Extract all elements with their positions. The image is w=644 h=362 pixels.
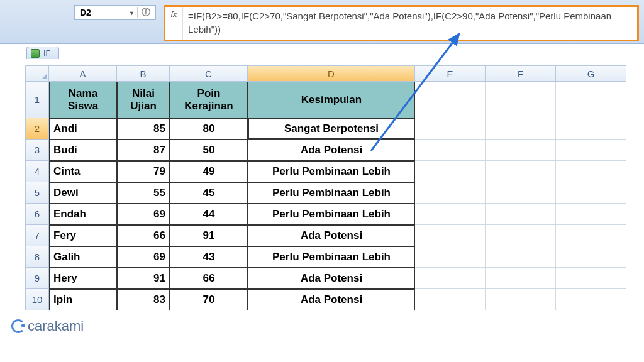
cell-B4[interactable]: 79 [117,161,170,182]
cell-E4[interactable] [415,161,486,182]
cell-F2[interactable] [486,118,556,140]
select-all-corner[interactable] [25,65,49,82]
cell-G2[interactable] [556,118,626,140]
row-header-1[interactable]: 1 [25,82,49,118]
header-nilai-ujian[interactable]: Nilai Ujian [117,82,170,118]
cell-C4[interactable]: 49 [170,161,248,182]
col-header-E[interactable]: E [415,65,486,82]
cell-D10[interactable]: Ada Potensi [248,289,415,310]
cell-D5[interactable]: Perlu Pembinaan Lebih [248,182,415,204]
cell-A7[interactable]: Fery [49,225,117,246]
header-kesimpulan[interactable]: Kesimpulan [248,82,415,118]
cell-B10[interactable]: 83 [117,289,170,310]
formula-bar-input[interactable]: =IF(B2>=80,IF(C2>70,"Sangat Berpotensi",… [183,7,637,40]
cell-E3[interactable] [415,140,486,161]
cell-A2[interactable]: Andi [49,118,117,140]
cell-B5[interactable]: 55 [117,182,170,204]
cell-C3[interactable]: 50 [170,140,248,161]
cell-E7[interactable] [415,225,486,246]
cell-E8[interactable] [415,246,486,268]
col-header-C[interactable]: C [170,65,248,82]
cell-C9[interactable]: 66 [170,268,248,289]
cell-G9[interactable] [556,268,626,289]
cell-F9[interactable] [486,268,556,289]
table-row: 5Dewi5545Perlu Pembinaan Lebih [25,182,626,204]
cell-F7[interactable] [486,225,556,246]
cell-G8[interactable] [556,246,626,268]
cell-A3[interactable]: Budi [49,140,117,161]
name-box-fn-icon[interactable]: ⓕ [137,7,150,18]
col-header-B[interactable]: B [117,65,170,82]
cell-E9[interactable] [415,268,486,289]
cell-C10[interactable]: 70 [170,289,248,310]
spreadsheet-grid[interactable]: A B C D E F G 1 Nama Siswa Nilai Ujian P… [25,65,626,310]
cell-F10[interactable] [486,289,556,310]
col-header-A[interactable]: A [49,65,117,82]
cell-G5[interactable] [556,182,626,204]
cell-C8[interactable]: 43 [170,246,248,268]
cell-D8[interactable]: Perlu Pembinaan Lebih [248,246,415,268]
col-header-G[interactable]: G [556,65,626,82]
cell-G1[interactable] [556,82,626,118]
cell-G7[interactable] [556,225,626,246]
col-header-D[interactable]: D [248,65,415,82]
cell-A10[interactable]: Ipin [49,289,117,310]
cell-F1[interactable] [486,82,556,118]
row-header-4[interactable]: 4 [25,161,49,182]
cell-D2[interactable]: Sangat Berpotensi [248,118,415,140]
fx-icon[interactable]: fx [165,7,183,40]
cell-F8[interactable] [486,246,556,268]
row-header-8[interactable]: 8 [25,246,49,268]
cell-B3[interactable]: 87 [117,140,170,161]
cell-E5[interactable] [415,182,486,204]
cell-F3[interactable] [486,140,556,161]
row-header-6[interactable]: 6 [25,204,49,225]
cell-B8[interactable]: 69 [117,246,170,268]
cell-C6[interactable]: 44 [170,204,248,225]
cell-G4[interactable] [556,161,626,182]
cell-D6[interactable]: Perlu Pembinaan Lebih [248,204,415,225]
name-box[interactable]: D2 ▾ ⓕ [74,5,156,20]
cell-D3[interactable]: Ada Potensi [248,140,415,161]
cell-B2[interactable]: 85 [117,118,170,140]
table-row: 2Andi8580Sangat Berpotensi [25,118,626,140]
cell-D7[interactable]: Ada Potensi [248,225,415,246]
row-header-2[interactable]: 2 [25,118,49,140]
cell-F5[interactable] [486,182,556,204]
cell-D4[interactable]: Perlu Pembinaan Lebih [248,161,415,182]
cell-B9[interactable]: 91 [117,268,170,289]
cell-B7[interactable]: 66 [117,225,170,246]
cell-A6[interactable]: Endah [49,204,117,225]
cell-D9[interactable]: Ada Potensi [248,268,415,289]
table-header-row: 1 Nama Siswa Nilai Ujian Poin Kerajinan … [25,82,626,118]
cell-G6[interactable] [556,204,626,225]
cell-E2[interactable] [415,118,486,140]
row-header-10[interactable]: 10 [25,289,49,310]
cell-E1[interactable] [415,82,486,118]
cell-A5[interactable]: Dewi [49,182,117,204]
cell-G10[interactable] [556,289,626,310]
workbook-tab[interactable]: IF [26,47,59,59]
cell-A9[interactable]: Hery [49,268,117,289]
cell-C7[interactable]: 91 [170,225,248,246]
header-poin-kerajinan[interactable]: Poin Kerajinan [170,82,248,118]
table-row: 8Galih6943Perlu Pembinaan Lebih [25,246,626,268]
cell-E10[interactable] [415,289,486,310]
header-nama-siswa[interactable]: Nama Siswa [49,82,117,118]
cell-A4[interactable]: Cinta [49,161,117,182]
cell-E6[interactable] [415,204,486,225]
excel-file-icon [31,49,40,58]
row-header-9[interactable]: 9 [25,268,49,289]
row-header-5[interactable]: 5 [25,182,49,204]
cell-C2[interactable]: 80 [170,118,248,140]
name-box-dropdown-icon[interactable]: ▾ [130,9,133,16]
cell-F4[interactable] [486,161,556,182]
cell-F6[interactable] [486,204,556,225]
row-header-7[interactable]: 7 [25,225,49,246]
cell-C5[interactable]: 45 [170,182,248,204]
row-header-3[interactable]: 3 [25,140,49,161]
cell-B6[interactable]: 69 [117,204,170,225]
col-header-F[interactable]: F [486,65,556,82]
cell-G3[interactable] [556,140,626,161]
cell-A8[interactable]: Galih [49,246,117,268]
